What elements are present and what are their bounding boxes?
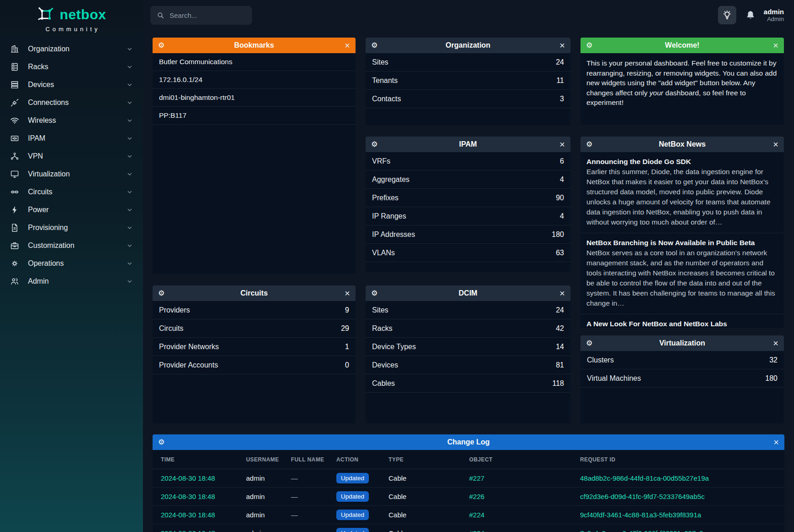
stat-count-link[interactable]: 0: [345, 361, 349, 369]
change-full-name: —: [291, 511, 336, 519]
sidebar-item-vpn[interactable]: VPN: [0, 147, 143, 165]
stat-label-link[interactable]: Contacts: [372, 95, 401, 103]
stat-count-link[interactable]: 4: [560, 176, 564, 184]
sidebar-item-wireless[interactable]: Wireless: [0, 111, 143, 129]
widget-close-icon[interactable]: ×: [773, 438, 779, 447]
stat-label-link[interactable]: IP Ranges: [372, 212, 406, 220]
stat-label-link[interactable]: Aggregates: [372, 176, 410, 184]
stat-count-link[interactable]: 1: [345, 343, 349, 351]
widget-config-gear-icon[interactable]: ⚙: [371, 290, 378, 297]
sidebar-item-devices[interactable]: Devices: [0, 76, 143, 93]
sidebar-item-virtualization[interactable]: Virtualization: [0, 165, 143, 183]
stat-count-link[interactable]: 11: [556, 77, 564, 85]
stat-label-link[interactable]: Tenants: [372, 77, 398, 85]
change-time-link[interactable]: 2024-08-30 18:48: [161, 474, 246, 482]
widget-config-gear-icon[interactable]: ⚙: [158, 42, 164, 49]
stat-label-link[interactable]: Racks: [372, 324, 392, 333]
sidebar-item-power[interactable]: Power: [0, 201, 143, 219]
stat-label-link[interactable]: IP Addresses: [372, 230, 415, 239]
widget-close-icon[interactable]: ×: [773, 41, 778, 50]
stat-label-link[interactable]: Devices: [372, 361, 398, 369]
widget-title: Welcome!: [599, 41, 766, 49]
news-article-title-link[interactable]: Announcing the Diode Go SDK: [586, 157, 778, 166]
widget-close-icon[interactable]: ×: [559, 289, 565, 298]
stat-count-link[interactable]: 6: [560, 157, 564, 165]
stat-label-link[interactable]: VLANs: [372, 249, 395, 257]
sidebar-item-customization[interactable]: Customization: [0, 236, 143, 254]
stat-count-link[interactable]: 29: [341, 324, 349, 333]
stat-count-link[interactable]: 118: [552, 379, 564, 388]
news-article-title-link[interactable]: NetBox Branching is Now Available in Pub…: [586, 238, 778, 247]
stat-label-link[interactable]: Prefixes: [372, 194, 399, 202]
stat-label-link[interactable]: Cables: [372, 379, 395, 388]
stat-label-link[interactable]: Providers: [159, 306, 190, 314]
stat-label-link[interactable]: Provider Accounts: [159, 361, 218, 369]
change-object-link[interactable]: #224: [469, 511, 580, 519]
stat-count-link[interactable]: 180: [552, 230, 564, 239]
stat-count-link[interactable]: 81: [556, 361, 564, 369]
widget-config-gear-icon[interactable]: ⚙: [586, 340, 592, 347]
stat-count-link[interactable]: 3: [560, 95, 564, 103]
stat-count-link[interactable]: 24: [556, 306, 564, 314]
sidebar-item-admin[interactable]: Admin: [0, 272, 143, 290]
change-request-id-link[interactable]: 9cf40fdf-3461-4c88-81a3-5feb39f8391a: [580, 511, 776, 519]
change-object-link[interactable]: #227: [469, 474, 580, 482]
stat-label-link[interactable]: Circuits: [159, 324, 183, 333]
widget-close-icon[interactable]: ×: [559, 140, 565, 149]
widget-close-icon[interactable]: ×: [773, 339, 778, 348]
stat-count-link[interactable]: 14: [556, 343, 564, 351]
sidebar-item-circuits[interactable]: Circuits: [0, 183, 143, 201]
stat-label-link[interactable]: Sites: [372, 306, 389, 314]
sidebar-item-connections[interactable]: Connections: [0, 93, 143, 111]
change-time-link[interactable]: 2024-08-30 18:48: [161, 511, 246, 519]
stat-count-link[interactable]: 32: [769, 356, 778, 364]
widget-title: IPAM: [384, 140, 552, 148]
stat-count-link[interactable]: 4: [560, 212, 564, 220]
stat-count-link[interactable]: 24: [556, 58, 564, 66]
sidebar-item-operations[interactable]: Operations: [0, 254, 143, 272]
stat-count-link[interactable]: 42: [556, 324, 564, 333]
bookmark-link[interactable]: 172.16.0.1/24: [153, 71, 356, 89]
stat-count-link[interactable]: 63: [556, 249, 564, 257]
user-menu[interactable]: admin Admin: [764, 8, 784, 22]
theme-toggle-button[interactable]: [718, 6, 736, 24]
sidebar-item-ipam[interactable]: IPAM: [0, 129, 143, 147]
bookmark-link[interactable]: Butler Communications: [153, 53, 356, 71]
sidebar-item-provisioning[interactable]: Provisioning: [0, 219, 143, 236]
widget-close-icon[interactable]: ×: [345, 289, 350, 298]
notifications-bell-icon[interactable]: [745, 10, 756, 20]
change-time-link[interactable]: 2024-08-30 18:48: [161, 493, 246, 500]
stat-label-link[interactable]: VRFs: [372, 157, 390, 165]
stat-label-link[interactable]: Virtual Machines: [587, 374, 641, 383]
change-request-id-link[interactable]: 48ad8b2c-986d-44fd-81ca-00d55b27e19a: [580, 474, 776, 482]
stat-label-link[interactable]: Clusters: [587, 356, 614, 364]
stat-count-link[interactable]: 9: [345, 306, 349, 314]
search-input[interactable]: [170, 11, 246, 19]
sidebar-item-racks[interactable]: Racks: [0, 58, 143, 76]
stat-label-link[interactable]: Provider Networks: [159, 343, 219, 351]
sidebar-item-label: Admin: [28, 277, 49, 285]
circuits-widget: ⚙ Circuits × Providers9 Circuits29 Provi…: [153, 285, 356, 423]
widget-config-gear-icon[interactable]: ⚙: [371, 42, 378, 49]
bookmark-link[interactable]: dmi01-binghamton-rtr01: [153, 89, 356, 107]
widget-close-icon[interactable]: ×: [773, 140, 778, 149]
widget-close-icon[interactable]: ×: [345, 41, 350, 50]
stat-label-link[interactable]: Sites: [372, 58, 389, 66]
widget-config-gear-icon[interactable]: ⚙: [158, 439, 164, 446]
stat-count-link[interactable]: 180: [765, 374, 778, 383]
change-object-link[interactable]: #226: [469, 493, 580, 500]
bookmark-link[interactable]: PP:B117: [153, 107, 356, 125]
change-time-link[interactable]: 2024-08-30 18:47: [161, 529, 246, 532]
news-article-title-link[interactable]: A New Look For NetBox and NetBox Labs: [586, 319, 778, 328]
stat-count-link[interactable]: 90: [556, 194, 564, 202]
widget-config-gear-icon[interactable]: ⚙: [586, 141, 592, 148]
sidebar-item-organization[interactable]: Organization: [0, 40, 143, 58]
change-request-id-link[interactable]: 7c3c4c2c-aac9-47f2-996f-f88201c997c2: [580, 529, 776, 532]
change-request-id-link[interactable]: cf92d3e6-d09d-41fc-9fd7-52337649ab5c: [580, 493, 776, 500]
widget-config-gear-icon[interactable]: ⚙: [158, 290, 164, 297]
widget-config-gear-icon[interactable]: ⚙: [586, 42, 592, 49]
widget-config-gear-icon[interactable]: ⚙: [371, 141, 378, 148]
stat-label-link[interactable]: Device Types: [372, 343, 416, 351]
widget-close-icon[interactable]: ×: [559, 41, 565, 50]
change-object-link[interactable]: #224: [469, 529, 580, 532]
